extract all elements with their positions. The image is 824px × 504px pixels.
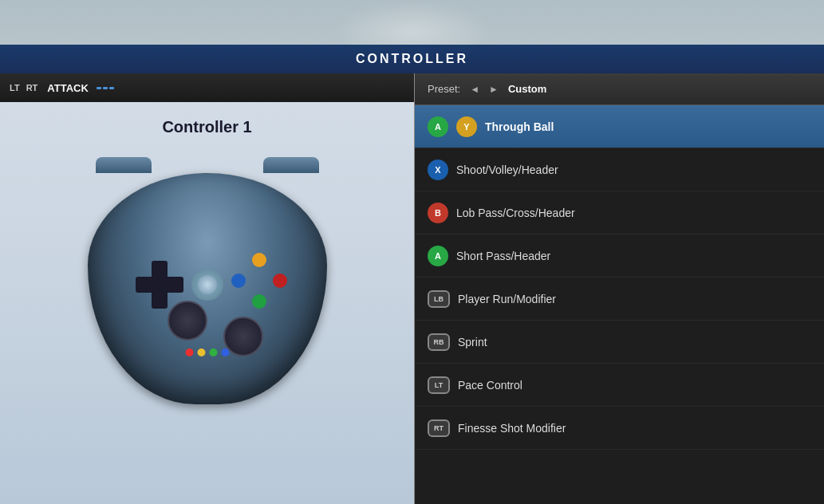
face-btn-x [231, 274, 246, 288]
analog-stick-right [223, 317, 263, 356]
shoulder-button-right [263, 157, 319, 173]
dpad [136, 261, 183, 309]
bottom-buttons [185, 348, 229, 356]
btn-icon-through-ball-2: Y [456, 116, 477, 137]
attack-label: ATTACK [47, 82, 89, 94]
control-name-pace-control: Pace Control [458, 379, 522, 392]
control-name-short-pass: Short Pass/Header [456, 250, 550, 262]
face-btn-a [252, 294, 266, 309]
attack-underline [97, 87, 114, 89]
control-item-shoot-volley[interactable]: XShoot/Volley/Header [415, 148, 824, 191]
analog-stick-left [168, 301, 207, 341]
control-name-lob-pass: Lob Pass/Cross/Header [456, 207, 575, 219]
attack-dot-3 [109, 87, 114, 89]
btn-icon-finesse-shot-1: RT [428, 419, 450, 437]
face-btn-b [273, 274, 287, 288]
btn-icon-short-pass-1: A [428, 246, 448, 266]
btn-icon-player-run-1: LB [428, 290, 450, 308]
shoulder-button-left [96, 157, 152, 173]
control-name-player-run: Player Run/Modifier [458, 293, 556, 305]
title-bar: CONTROLLER [0, 45, 824, 73]
control-name-sprint: Sprint [458, 336, 487, 348]
controller-title: Controller 1 [162, 118, 251, 136]
right-panel: Preset: ◄ ► Custom AYThrough BallXShoot/… [415, 73, 824, 504]
btn-icon-through-ball-1: A [428, 116, 448, 137]
controls-list: AYThrough BallXShoot/Volley/HeaderBLob P… [415, 105, 824, 504]
control-name-through-ball: Through Ball [485, 120, 554, 133]
control-item-sprint[interactable]: RBSprint [415, 321, 824, 364]
controller-header: LT RT ATTACK [0, 73, 414, 102]
control-name-shoot-volley: Shoot/Volley/Header [456, 163, 558, 176]
rt-label: RT [26, 83, 38, 93]
preset-value: Custom [508, 83, 546, 95]
attack-dot-1 [97, 87, 101, 89]
control-item-finesse-shot[interactable]: RTFinesse Shot Modifier [415, 407, 824, 450]
face-buttons [231, 253, 287, 309]
face-btn-y [252, 253, 266, 267]
main-content: LT RT ATTACK Controller 1 [0, 73, 824, 504]
controller-center-logo [191, 269, 223, 301]
left-panel: LT RT ATTACK Controller 1 [0, 73, 415, 504]
control-item-player-run[interactable]: LBPlayer Run/Modifier [415, 278, 824, 321]
btn-icon-sprint-1: RB [428, 333, 450, 351]
control-item-lob-pass[interactable]: BLob Pass/Cross/Header [415, 191, 824, 234]
control-item-short-pass[interactable]: AShort Pass/Header [415, 234, 824, 278]
btn-icon-shoot-volley-1: X [428, 159, 448, 180]
preset-bar: Preset: ◄ ► Custom [415, 73, 824, 105]
control-item-through-ball[interactable]: AYThrough Ball [415, 105, 824, 148]
control-item-pace-control[interactable]: LTPace Control [415, 364, 824, 407]
preset-label: Preset: [428, 83, 460, 95]
controller-image [72, 149, 343, 404]
preset-arrow-right[interactable]: ► [489, 84, 499, 95]
page-title: CONTROLLER [356, 52, 468, 66]
preset-arrow-left[interactable]: ◄ [470, 84, 479, 95]
grip-left [96, 341, 160, 412]
controller-body [88, 173, 327, 404]
attack-dot-2 [103, 87, 108, 89]
lt-label: LT [10, 83, 20, 93]
grip-right [255, 341, 319, 412]
control-name-finesse-shot: Finesse Shot Modifier [458, 422, 566, 435]
btn-icon-pace-control-1: LT [428, 376, 450, 394]
btn-icon-lob-pass-1: B [428, 203, 448, 223]
